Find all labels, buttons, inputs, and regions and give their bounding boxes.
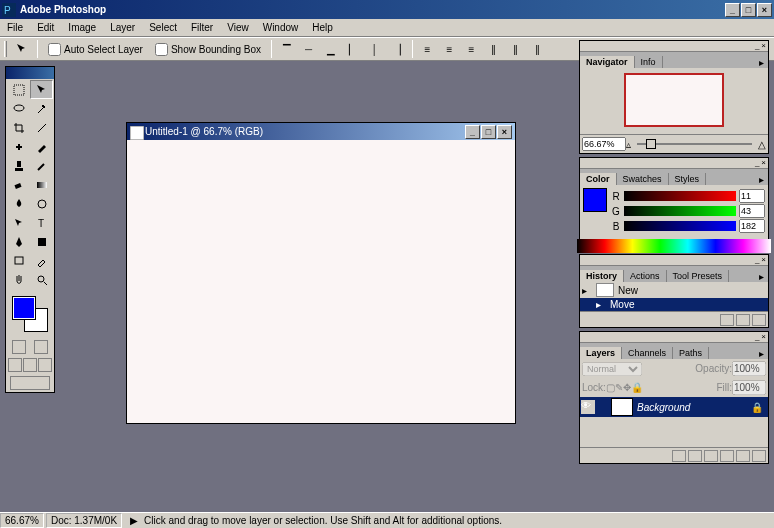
distribute-left-button[interactable]: ‖ bbox=[483, 40, 504, 59]
palette-minimize-icon[interactable]: _ bbox=[755, 158, 759, 168]
palette-minimize-icon[interactable]: _ bbox=[755, 255, 759, 265]
zoom-slider[interactable] bbox=[637, 138, 752, 150]
blend-mode-select[interactable]: Normal bbox=[582, 362, 642, 376]
r-slider[interactable] bbox=[624, 191, 736, 201]
palette-close-icon[interactable]: × bbox=[761, 255, 766, 265]
distribute-hcenter-button[interactable]: ‖ bbox=[505, 40, 526, 59]
new-set-button[interactable] bbox=[704, 450, 718, 462]
color-swatches[interactable] bbox=[12, 296, 48, 332]
distribute-bottom-button[interactable]: ≡ bbox=[461, 40, 482, 59]
wand-tool[interactable] bbox=[30, 99, 53, 118]
r-input[interactable] bbox=[739, 189, 765, 203]
color-spectrum[interactable] bbox=[577, 239, 771, 253]
layer-style-button[interactable] bbox=[672, 450, 686, 462]
menu-edit[interactable]: Edit bbox=[30, 20, 61, 35]
tab-swatches[interactable]: Swatches bbox=[617, 173, 669, 185]
pen-tool[interactable] bbox=[7, 232, 30, 251]
history-source[interactable]: ▸New bbox=[580, 282, 768, 298]
align-vcenter-button[interactable]: ─ bbox=[298, 40, 319, 59]
lock-trans-icon[interactable]: ▢ bbox=[606, 382, 615, 393]
hand-tool[interactable] bbox=[7, 270, 30, 289]
menu-file[interactable]: File bbox=[0, 20, 30, 35]
visibility-icon[interactable]: 👁 bbox=[581, 400, 595, 414]
menu-filter[interactable]: Filter bbox=[184, 20, 220, 35]
b-input[interactable] bbox=[739, 219, 765, 233]
tab-history[interactable]: History bbox=[580, 270, 624, 282]
jump-to-imageready-button[interactable] bbox=[10, 376, 50, 390]
g-slider[interactable] bbox=[624, 206, 736, 216]
adjustment-layer-button[interactable] bbox=[720, 450, 734, 462]
canvas[interactable] bbox=[127, 140, 515, 423]
zoom-in-icon[interactable]: △ bbox=[758, 139, 766, 150]
type-tool[interactable]: T bbox=[30, 213, 53, 232]
zoom-tool[interactable] bbox=[30, 270, 53, 289]
dodge-tool[interactable] bbox=[30, 194, 53, 213]
menu-image[interactable]: Image bbox=[61, 20, 103, 35]
notes-tool[interactable] bbox=[7, 251, 30, 270]
doc-maximize-button[interactable]: □ bbox=[481, 125, 496, 139]
doc-minimize-button[interactable]: _ bbox=[465, 125, 480, 139]
foreground-color[interactable] bbox=[12, 296, 36, 320]
layer-mask-button[interactable] bbox=[688, 450, 702, 462]
maximize-button[interactable]: □ bbox=[741, 3, 756, 17]
fill-input[interactable] bbox=[732, 380, 766, 395]
status-zoom[interactable]: 66.67% bbox=[0, 513, 44, 528]
delete-layer-button[interactable] bbox=[752, 450, 766, 462]
menu-select[interactable]: Select bbox=[142, 20, 184, 35]
layer-thumbnail[interactable] bbox=[611, 398, 633, 416]
distribute-right-button[interactable]: ‖ bbox=[527, 40, 548, 59]
heal-tool[interactable] bbox=[7, 137, 30, 156]
palette-close-icon[interactable]: × bbox=[761, 41, 766, 51]
status-arrow-icon[interactable]: ▶ bbox=[130, 515, 138, 526]
palette-minimize-icon[interactable]: _ bbox=[755, 332, 759, 342]
move-tool[interactable] bbox=[30, 80, 53, 99]
palette-menu-icon[interactable]: ▸ bbox=[755, 271, 768, 282]
menu-layer[interactable]: Layer bbox=[103, 20, 142, 35]
tab-paths[interactable]: Paths bbox=[673, 347, 709, 359]
new-document-button[interactable] bbox=[736, 314, 750, 326]
palette-menu-icon[interactable]: ▸ bbox=[755, 174, 768, 185]
distribute-vcenter-button[interactable]: ≡ bbox=[439, 40, 460, 59]
tool-preset-picker[interactable] bbox=[11, 40, 32, 59]
document-titlebar[interactable]: Untitled-1 @ 66.7% (RGB) _ □ × bbox=[127, 123, 515, 140]
opacity-input[interactable] bbox=[732, 361, 766, 376]
marquee-tool[interactable] bbox=[7, 80, 30, 99]
screen-mode-1[interactable] bbox=[8, 358, 22, 372]
doc-close-button[interactable]: × bbox=[497, 125, 512, 139]
eraser-tool[interactable] bbox=[7, 175, 30, 194]
palette-minimize-icon[interactable]: _ bbox=[755, 41, 759, 51]
slice-tool[interactable] bbox=[30, 118, 53, 137]
align-bottom-button[interactable]: ▁ bbox=[320, 40, 341, 59]
layer-row[interactable]: 👁 Background 🔒 bbox=[580, 397, 768, 417]
g-input[interactable] bbox=[739, 204, 765, 218]
path-select-tool[interactable] bbox=[7, 213, 30, 232]
new-snapshot-button[interactable] bbox=[720, 314, 734, 326]
new-layer-button[interactable] bbox=[736, 450, 750, 462]
blur-tool[interactable] bbox=[7, 194, 30, 213]
palette-close-icon[interactable]: × bbox=[761, 332, 766, 342]
eyedropper-tool[interactable] bbox=[30, 251, 53, 270]
lock-paint-icon[interactable]: ✎ bbox=[615, 382, 623, 393]
lasso-tool[interactable] bbox=[7, 99, 30, 118]
lock-move-icon[interactable]: ✥ bbox=[623, 382, 631, 393]
zoom-out-icon[interactable]: ▵ bbox=[626, 139, 631, 150]
palette-menu-icon[interactable]: ▸ bbox=[755, 57, 768, 68]
zoom-input[interactable] bbox=[582, 137, 626, 151]
tab-actions[interactable]: Actions bbox=[624, 270, 667, 282]
align-left-button[interactable]: ▏ bbox=[342, 40, 363, 59]
standard-mode-button[interactable] bbox=[12, 340, 26, 354]
gradient-tool[interactable] bbox=[30, 175, 53, 194]
tab-navigator[interactable]: Navigator bbox=[580, 56, 635, 68]
lock-all-icon[interactable]: 🔒 bbox=[631, 382, 643, 393]
screen-mode-2[interactable] bbox=[23, 358, 37, 372]
menu-help[interactable]: Help bbox=[305, 20, 340, 35]
status-doc[interactable]: Doc: 1.37M/0K bbox=[46, 513, 122, 528]
tab-tool-presets[interactable]: Tool Presets bbox=[667, 270, 730, 282]
align-right-button[interactable]: ▕ bbox=[386, 40, 407, 59]
color-preview[interactable] bbox=[583, 188, 607, 212]
quickmask-mode-button[interactable] bbox=[34, 340, 48, 354]
close-button[interactable]: × bbox=[757, 3, 772, 17]
minimize-button[interactable]: _ bbox=[725, 3, 740, 17]
b-slider[interactable] bbox=[624, 221, 736, 231]
palette-menu-icon[interactable]: ▸ bbox=[755, 348, 768, 359]
